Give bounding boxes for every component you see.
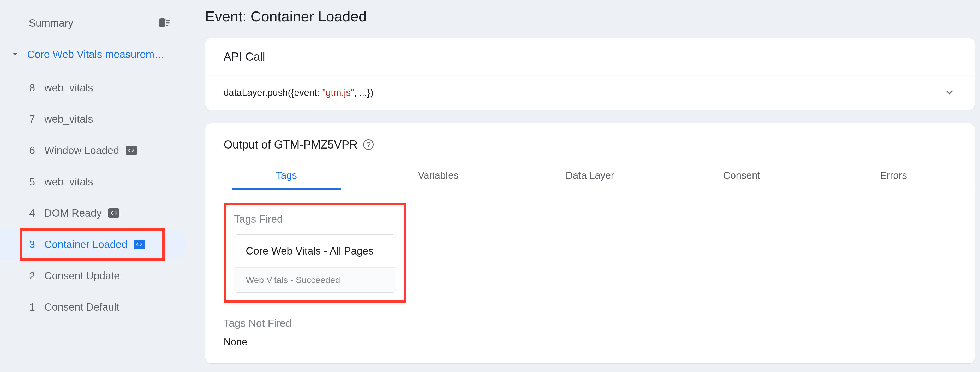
tags-fired-highlight: Tags Fired Core Web Vitals - All Pages W… (224, 203, 406, 303)
output-card: Output of GTM-PMZ5VPR ? TagsVariablesDat… (205, 123, 975, 364)
caret-down-icon (10, 49, 27, 60)
event-number: 5 (29, 176, 45, 188)
event-row[interactable]: 3Container Loaded (0, 229, 187, 260)
fired-tag-card[interactable]: Core Web Vitals - All Pages Web Vitals -… (234, 235, 396, 293)
output-header: Output of GTM-PMZ5VPR ? (205, 123, 975, 161)
output-content: Tags Fired Core Web Vitals - All Pages W… (205, 190, 975, 363)
tab-errors[interactable]: Errors (818, 161, 969, 190)
event-number: 6 (29, 145, 45, 156)
tab-tags[interactable]: Tags (210, 161, 363, 190)
event-row[interactable]: 2Consent Update (0, 260, 187, 291)
tags-not-fired-none: None (224, 337, 956, 348)
delete-sweep-icon[interactable] (158, 16, 171, 30)
event-label: DOM Ready (45, 207, 102, 219)
summary-label: Summary (29, 17, 73, 29)
tab-consent[interactable]: Consent (666, 161, 818, 190)
container-root-label: Core Web Vitals measurem… (27, 49, 165, 60)
tags-not-fired-label: Tags Not Fired (224, 318, 956, 329)
event-label: Consent Update (45, 270, 120, 282)
fired-tag-subtitle: Web Vitals - Succeeded (234, 267, 396, 292)
code-badge-icon (134, 239, 145, 249)
api-call-body[interactable]: dataLayer.push({event: "gtm.js", ...}) (205, 75, 975, 110)
event-number: 3 (29, 239, 45, 251)
event-row[interactable]: 7web_vitals (0, 104, 187, 135)
event-number: 4 (29, 207, 45, 219)
fired-tag-title: Core Web Vitals - All Pages (234, 235, 396, 267)
event-label: web_vitals (45, 176, 93, 188)
help-icon[interactable]: ? (363, 139, 374, 150)
events-list: 8web_vitals7web_vitals6Window Loaded5web… (0, 72, 187, 323)
event-label: Window Loaded (45, 145, 119, 156)
chevron-down-icon[interactable] (943, 85, 956, 100)
event-label: Container Loaded (45, 239, 127, 251)
container-root-row[interactable]: Core Web Vitals measurem… (0, 49, 187, 60)
tags-fired-label: Tags Fired (234, 213, 396, 225)
event-row[interactable]: 8web_vitals (0, 72, 187, 104)
event-row[interactable]: 5web_vitals (0, 166, 187, 197)
tab-data-layer[interactable]: Data Layer (514, 161, 666, 190)
api-call-code: dataLayer.push({event: "gtm.js", ...}) (224, 87, 373, 98)
event-number: 1 (29, 301, 45, 313)
code-badge-icon (126, 146, 137, 155)
summary-header[interactable]: Summary (0, 16, 187, 30)
tab-variables[interactable]: Variables (363, 161, 514, 190)
output-tabs: TagsVariablesData LayerConsentErrors (205, 161, 975, 190)
event-number: 2 (29, 270, 45, 282)
event-row[interactable]: 4DOM Ready (0, 197, 187, 229)
api-call-card: API Call dataLayer.push({event: "gtm.js"… (205, 38, 975, 110)
page-title: Event: Container Loaded (205, 8, 975, 25)
event-number: 7 (29, 113, 45, 125)
api-call-header: API Call (205, 38, 975, 75)
event-label: web_vitals (45, 113, 93, 125)
output-title: Output of GTM-PMZ5VPR (224, 138, 358, 151)
sidebar: Summary Core Web Vitals measurem… 8web_v… (0, 0, 187, 372)
code-badge-icon (108, 208, 119, 218)
main-content: Event: Container Loaded API Call dataLay… (187, 0, 980, 372)
event-label: web_vitals (45, 82, 93, 94)
event-row[interactable]: 6Window Loaded (0, 135, 187, 166)
event-row[interactable]: 1Consent Default (0, 291, 187, 323)
event-number: 8 (29, 82, 45, 94)
event-label: Consent Default (45, 301, 119, 313)
